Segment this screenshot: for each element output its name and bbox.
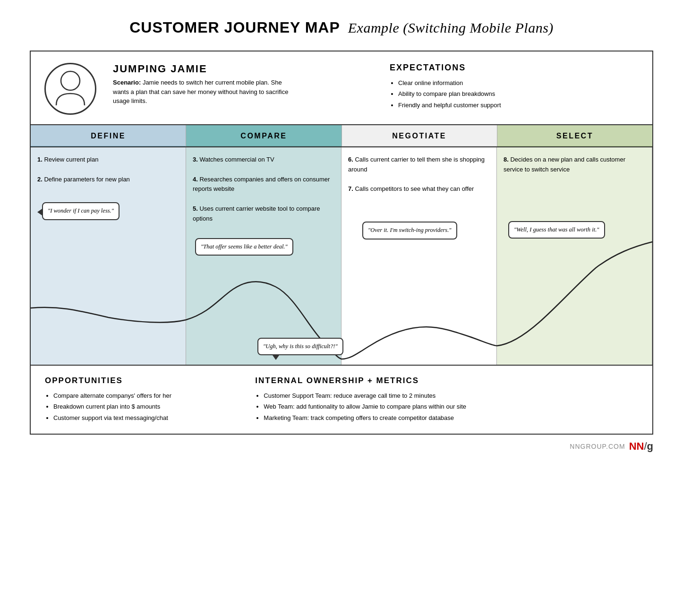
stage-select: SELECT xyxy=(497,125,652,146)
title-bold: CUSTOMER JOURNEY MAP xyxy=(129,19,340,36)
list-item: Friendly and helpful customer support xyxy=(398,100,638,111)
stage-compare: COMPARE xyxy=(186,125,342,146)
internal-list: Customer Support Team: reduce average ca… xyxy=(255,390,638,423)
define-steps: 1. Review current plan 2. Define paramet… xyxy=(37,155,179,184)
persona-scenario: Scenario: Jamie needs to switch her curr… xyxy=(113,78,292,106)
footer-brand: NNGROUP.COM NN/g xyxy=(570,440,653,453)
select-bubble-wrapper: "Well, I guess that was all worth it." xyxy=(508,217,645,239)
compare-bubble-1: "That offer seems like a better deal." xyxy=(195,238,293,256)
stage-define: DEFINE xyxy=(31,125,186,146)
internal-title: INTERNAL OWNERSHIP + METRICS xyxy=(255,376,638,385)
expectations-section: EXPECTATIONS Clear online information Ab… xyxy=(371,63,638,115)
step-6-num: 6. xyxy=(348,156,353,163)
persona-info: JUMPING JAMIE Scenario: Jamie needs to s… xyxy=(108,63,361,115)
step-1-num: 1. xyxy=(37,156,43,163)
select-steps: 8. Decides on a new plan and calls custo… xyxy=(504,155,645,175)
avatar xyxy=(44,63,96,115)
opportunities-list: Compare alternate companys' offers for h… xyxy=(45,390,236,423)
step-2-num: 2. xyxy=(37,176,43,183)
stage-header-select: SELECT xyxy=(497,125,652,146)
expectations-list: Clear online information Ability to comp… xyxy=(390,77,638,111)
expectations-title: EXPECTATIONS xyxy=(390,63,638,73)
page-title: CUSTOMER JOURNEY MAP Example (Switching … xyxy=(129,19,554,36)
negotiate-col-content: 6. Calls current carrier to tell them sh… xyxy=(342,147,497,365)
step-1-text: Review current plan xyxy=(44,156,98,163)
compare-bubble1-wrapper: "That offer seems like a better deal." xyxy=(195,234,334,256)
step-6-text: Calls current carrier to tell them she i… xyxy=(348,156,485,173)
define-col-content: 1. Review current plan 2. Define paramet… xyxy=(31,147,186,365)
list-item: Ability to compare plan breakdowns xyxy=(398,88,638,99)
main-frame: JUMPING JAMIE Scenario: Jamie needs to s… xyxy=(30,51,653,435)
list-item: Web Team: add funtionality to allow Jami… xyxy=(264,401,638,412)
title-italic: Example (Switching Mobile Plans) xyxy=(348,20,554,35)
persona-section: JUMPING JAMIE Scenario: Jamie needs to s… xyxy=(31,51,652,125)
footer-logo: NN/g xyxy=(629,440,653,453)
avatar-svg xyxy=(51,68,89,110)
scenario-label: Scenario: xyxy=(113,79,141,86)
avatar-wrapper xyxy=(42,63,99,115)
compare-steps: 3. Watches commercial on TV 4. Researche… xyxy=(193,155,334,224)
negotiate-bubble: "Over it. I'm switch-ing providers." xyxy=(362,222,457,240)
step-4-text: Researches companies and offers on consu… xyxy=(193,176,330,193)
footer: NNGROUP.COM NN/g xyxy=(30,435,653,453)
step-8-num: 8. xyxy=(504,156,509,163)
bottom-section: OPPORTUNITIES Compare alternate companys… xyxy=(31,366,652,434)
list-item: Customer Support Team: reduce average ca… xyxy=(264,390,638,401)
negotiate-bubble-wrapper: "Over it. I'm switch-ing providers." xyxy=(362,218,490,240)
list-item: Marketing Team: track competing offers t… xyxy=(264,412,638,423)
compare-col-content: 3. Watches commercial on TV 4. Researche… xyxy=(186,147,342,365)
list-item: Compare alternate companys' offers for h… xyxy=(53,390,236,401)
stage-header-negotiate: NEGOTIATE xyxy=(342,125,497,146)
step-2-text: Define parameters for new plan xyxy=(44,176,129,183)
footer-logo-g: g xyxy=(647,440,653,452)
internal-col: INTERNAL OWNERSHIP + METRICS Customer Su… xyxy=(255,376,638,423)
step-4-num: 4. xyxy=(193,176,198,183)
step-5-text: Uses current carrier website tool to com… xyxy=(193,205,320,222)
stage-label-compare: COMPARE xyxy=(240,132,287,140)
step-3-text: Watches commercial on TV xyxy=(199,156,274,163)
opportunities-title: OPPORTUNITIES xyxy=(45,376,236,385)
persona-name: JUMPING JAMIE xyxy=(113,63,361,75)
compare-bubble-2-abs: "Ugh, why is this so difficult?!" xyxy=(257,334,343,356)
stages-content-area: 1. Review current plan 2. Define paramet… xyxy=(31,147,652,366)
select-bubble: "Well, I guess that was all worth it." xyxy=(508,221,605,239)
negotiate-steps: 6. Calls current carrier to tell them sh… xyxy=(348,155,490,194)
stage-label-define: DEFINE xyxy=(91,132,126,140)
list-item: Customer support via text messaging/chat xyxy=(53,412,236,423)
list-item: Clear online information xyxy=(398,77,638,88)
footer-logo-nn: NN xyxy=(629,440,644,452)
stage-negotiate: NEGOTIATE xyxy=(342,125,497,146)
footer-domain: NNGROUP.COM xyxy=(570,443,625,450)
step-3-num: 3. xyxy=(193,156,198,163)
step-8-text: Decides on a new plan and calls customer… xyxy=(504,156,625,173)
select-col-content: 8. Decides on a new plan and calls custo… xyxy=(497,147,652,365)
step-5-num: 5. xyxy=(193,205,198,212)
stage-header-define: DEFINE xyxy=(31,125,186,146)
list-item: Breakdown current plan into $ amounts xyxy=(53,401,236,412)
step-7-text: Calls competitors to see what they can o… xyxy=(355,185,474,192)
step-7-num: 7. xyxy=(348,185,353,192)
stages-header-row: DEFINE COMPARE NEGOTIATE SELECT xyxy=(31,125,652,147)
define-bubble-wrapper: "I wonder if I can pay less." xyxy=(42,198,179,220)
define-bubble: "I wonder if I can pay less." xyxy=(42,202,120,220)
stage-header-compare: COMPARE xyxy=(186,125,341,146)
stage-label-select: SELECT xyxy=(556,132,593,140)
stage-label-negotiate: NEGOTIATE xyxy=(392,132,446,140)
svg-point-0 xyxy=(61,71,80,90)
compare-bubble-2: "Ugh, why is this so difficult?!" xyxy=(257,338,343,356)
opportunities-col: OPPORTUNITIES Compare alternate companys… xyxy=(45,376,236,423)
